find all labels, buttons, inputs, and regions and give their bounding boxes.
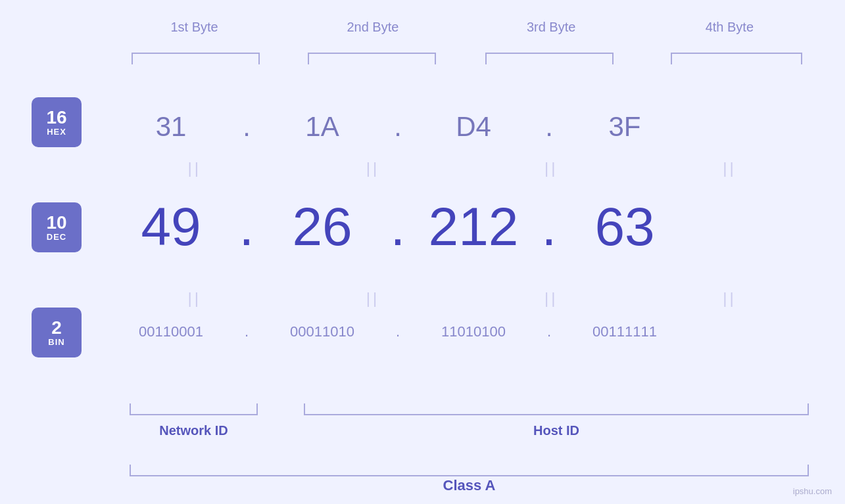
eq-2-4: || bbox=[654, 289, 805, 308]
col-header-1: 1st Byte bbox=[105, 20, 283, 35]
equals-row-1: || || || || bbox=[105, 159, 819, 177]
eq-2-1: || bbox=[119, 289, 270, 308]
eq-2-2: || bbox=[297, 289, 448, 308]
hex-dot-1: . bbox=[237, 111, 256, 143]
column-headers: 1st Byte 2nd Byte 3rd Byte 4th Byte bbox=[105, 20, 819, 35]
eq-1-1: || bbox=[119, 159, 270, 177]
dec-badge: 10 DEC bbox=[32, 202, 82, 252]
dec-val-3: 212 bbox=[408, 196, 539, 258]
bracket-top-1 bbox=[132, 53, 260, 64]
main-container: 16 HEX 10 DEC 2 BIN 1st Byte 2nd Byte 3r… bbox=[0, 0, 845, 504]
hex-base-number: 16 bbox=[46, 108, 66, 127]
hex-badge: 16 HEX bbox=[32, 97, 82, 147]
bracket-bottom-network bbox=[130, 403, 258, 415]
bin-val-1: 00110001 bbox=[105, 323, 237, 340]
eq-1-2: || bbox=[297, 159, 448, 177]
hex-row: 31 . 1A . D4 . 3F bbox=[105, 97, 819, 156]
col-header-3: 3rd Byte bbox=[462, 20, 640, 35]
bin-badge: 2 BIN bbox=[32, 308, 82, 357]
hex-val-2: 1A bbox=[256, 111, 388, 143]
hex-val-3: D4 bbox=[408, 111, 539, 143]
dec-val-1: 49 bbox=[105, 196, 237, 258]
dec-dot-1: . bbox=[237, 196, 256, 258]
bin-val-4: 00111111 bbox=[559, 323, 690, 340]
dec-base-label: DEC bbox=[47, 232, 66, 242]
hex-val-1: 31 bbox=[105, 111, 237, 143]
bin-dot-2: . bbox=[388, 323, 408, 340]
host-id-label: Host ID bbox=[304, 423, 809, 438]
eq-2-3: || bbox=[475, 289, 627, 308]
bin-base-label: BIN bbox=[48, 337, 64, 347]
dec-dot-2: . bbox=[388, 196, 408, 258]
bracket-top-4 bbox=[671, 53, 802, 64]
bin-base-number: 2 bbox=[51, 319, 62, 337]
bin-row: 00110001 . 00011010 . 11010100 . 0011111… bbox=[105, 309, 819, 355]
bin-dot-3: . bbox=[539, 323, 559, 340]
dec-dot-3: . bbox=[539, 196, 559, 258]
eq-1-4: || bbox=[654, 159, 805, 177]
network-id-label: Network ID bbox=[130, 423, 258, 438]
dec-base-number: 10 bbox=[46, 214, 66, 232]
hex-val-4: 3F bbox=[559, 111, 690, 143]
hex-dot-3: . bbox=[539, 111, 559, 143]
hex-base-label: HEX bbox=[47, 127, 66, 137]
bin-dot-1: . bbox=[237, 323, 256, 340]
hex-dot-2: . bbox=[388, 111, 408, 143]
watermark: ipshu.com bbox=[793, 486, 832, 496]
bin-val-3: 11010100 bbox=[408, 323, 539, 340]
col-header-4: 4th Byte bbox=[640, 20, 819, 35]
class-a-label: Class A bbox=[130, 477, 809, 494]
dec-row: 49 . 26 . 212 . 63 bbox=[105, 187, 819, 266]
bracket-class-a bbox=[130, 465, 809, 476]
bin-val-2: 00011010 bbox=[256, 323, 388, 340]
col-header-2: 2nd Byte bbox=[283, 20, 462, 35]
bracket-bottom-host bbox=[304, 403, 809, 415]
dec-val-2: 26 bbox=[256, 196, 388, 258]
equals-row-2: || || || || bbox=[105, 289, 819, 308]
bracket-top-3 bbox=[485, 53, 614, 64]
bracket-top-2 bbox=[308, 53, 436, 64]
dec-val-4: 63 bbox=[559, 196, 690, 258]
eq-1-3: || bbox=[475, 159, 627, 177]
